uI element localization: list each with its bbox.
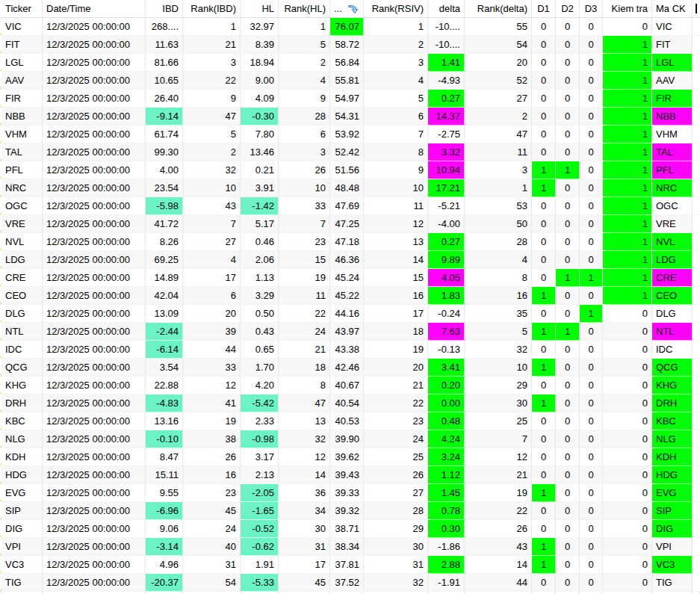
cell-rank-delta[interactable]: 55: [465, 18, 532, 36]
cell-d1[interactable]: 1: [532, 179, 556, 197]
cell-d3[interactable]: 0: [580, 341, 603, 359]
cell-delta[interactable]: 3.24: [428, 448, 465, 466]
cell-rank-hl[interactable]: 19: [279, 269, 330, 287]
column-header-d2[interactable]: D2: [556, 0, 580, 18]
cell-ticker[interactable]: SIP: [1, 502, 43, 520]
cell-d3[interactable]: 0: [580, 412, 603, 430]
cell-rank-hl[interactable]: 14: [279, 466, 330, 484]
cell-datetime[interactable]: 12/3/2025 00:00:00: [43, 108, 146, 126]
cell-rank-ibd[interactable]: 16: [183, 466, 241, 484]
cell-datetime[interactable]: 12/3/2025 00:00:00: [43, 143, 146, 161]
cell-datetime[interactable]: 12/3/2025 00:00:00: [43, 359, 146, 377]
cell-d1[interactable]: 0: [532, 233, 556, 251]
cell-ma-ck[interactable]: PFL: [652, 161, 693, 179]
cell-d1[interactable]: 1: [532, 287, 556, 305]
cell-datetime[interactable]: 12/3/2025 00:00:00: [43, 448, 146, 466]
cell-rank-delta[interactable]: 27: [465, 90, 532, 108]
cell-rank-delta[interactable]: 5: [465, 323, 532, 341]
cell-rank-ibd[interactable]: 38: [183, 430, 241, 448]
cell-delta[interactable]: -2.75: [428, 126, 465, 143]
cell-d2[interactable]: 0: [556, 108, 580, 126]
cell-rank-ibd[interactable]: 41: [183, 395, 241, 412]
cell-ibd[interactable]: 4.96: [146, 556, 183, 574]
cell-d2[interactable]: 0: [556, 466, 580, 484]
cell-ma-ck[interactable]: TAL: [652, 143, 693, 161]
cell-hl[interactable]: 9.00: [241, 72, 279, 90]
cell-kiem-tra[interactable]: 1: [603, 72, 652, 90]
cell-d1[interactable]: 1: [532, 395, 556, 412]
cell-ticker[interactable]: VPI: [1, 538, 43, 556]
cell-rsiv[interactable]: 42.46: [330, 359, 364, 377]
cell-rank-hl[interactable]: 36: [279, 484, 330, 502]
cell-datetime[interactable]: 12/3/2025 00:00:00: [43, 287, 146, 305]
cell-d1[interactable]: 0: [532, 412, 556, 430]
cell-datetime[interactable]: 12/3/2025 00:00:00: [43, 18, 146, 36]
cell-d3[interactable]: 0: [580, 251, 603, 269]
cell-ma-ck[interactable]: TIG: [652, 574, 693, 592]
cell-rank-ibd[interactable]: 12: [183, 377, 241, 395]
cell-ibd[interactable]: 61.74: [146, 126, 183, 143]
cell-delta[interactable]: 0.20: [428, 377, 465, 395]
cell-rank-ibd[interactable]: 3: [183, 54, 241, 72]
cell-rank-hl[interactable]: 30: [279, 520, 330, 538]
cell-kiem-tra[interactable]: 1: [603, 126, 652, 143]
cell-datetime[interactable]: 12/3/2025 00:00:00: [43, 556, 146, 574]
cell-d3[interactable]: 0: [580, 502, 603, 520]
cell-rank-hl[interactable]: 28: [279, 108, 330, 126]
cell-kiem-tra[interactable]: 0: [603, 305, 652, 323]
cell-datetime[interactable]: 12/3/2025 00:00:00: [43, 395, 146, 412]
cell-delta[interactable]: 0.30: [428, 520, 465, 538]
cell-rank-rsiv[interactable]: 12: [364, 215, 428, 233]
cell-ibd[interactable]: 268....: [146, 18, 183, 36]
cell-ma-ck[interactable]: VIC: [652, 18, 693, 36]
cell-rank-ibd[interactable]: 7: [183, 215, 241, 233]
cell-rank-hl[interactable]: 23: [279, 233, 330, 251]
cell-d2[interactable]: 1: [556, 161, 580, 179]
cell-ma-ck[interactable]: HDG: [652, 466, 693, 484]
cell-rank-delta[interactable]: 8: [465, 269, 532, 287]
cell-hl[interactable]: 18.94: [241, 54, 279, 72]
cell-ticker[interactable]: CRE: [1, 269, 43, 287]
cell-rank-delta[interactable]: 14: [465, 556, 532, 574]
cell-ibd[interactable]: 26.40: [146, 90, 183, 108]
column-header-rank-ibd[interactable]: Rank(IBD): [183, 0, 241, 18]
cell-d2[interactable]: 0: [556, 143, 580, 161]
cell-rsiv[interactable]: 39.32: [330, 502, 364, 520]
cell-rank-hl[interactable]: 47: [279, 395, 330, 412]
cell-rank-delta[interactable]: 54: [465, 36, 532, 54]
cell-ma-ck[interactable]: LDG: [652, 251, 693, 269]
cell-kiem-tra[interactable]: 0: [603, 466, 652, 484]
cell-kiem-tra[interactable]: 1: [603, 287, 652, 305]
cell-ibd[interactable]: 15.11: [146, 466, 183, 484]
cell-kiem-tra[interactable]: 1: [603, 108, 652, 126]
cell-ticker[interactable]: QCG: [1, 359, 43, 377]
cell-kiem-tra[interactable]: 1: [603, 54, 652, 72]
cell-d2[interactable]: 0: [556, 520, 580, 538]
cell-rank-rsiv[interactable]: 7: [364, 126, 428, 143]
cell-rsiv[interactable]: 37.81: [330, 556, 364, 574]
cell-rsiv[interactable]: 43.38: [330, 341, 364, 359]
cell-kiem-tra[interactable]: 0: [603, 448, 652, 466]
cell-hl[interactable]: 0.65: [241, 341, 279, 359]
cell-kiem-tra[interactable]: 0: [603, 556, 652, 574]
cell-rsiv[interactable]: 52.42: [330, 143, 364, 161]
cell-d3[interactable]: 0: [580, 179, 603, 197]
cell-rank-hl[interactable]: 34: [279, 502, 330, 520]
cell-rsiv[interactable]: 45.22: [330, 287, 364, 305]
cell-hl[interactable]: 3.91: [241, 179, 279, 197]
cell-kiem-tra[interactable]: 1: [603, 90, 652, 108]
cell-d2[interactable]: 0: [556, 412, 580, 430]
cell-kiem-tra[interactable]: 1: [603, 269, 652, 287]
cell-d3[interactable]: 0: [580, 359, 603, 377]
cell-rank-rsiv[interactable]: 19: [364, 341, 428, 359]
cell-ibd[interactable]: 4.00: [146, 161, 183, 179]
cell-hl[interactable]: 2.06: [241, 251, 279, 269]
cell-ticker[interactable]: KDH: [1, 448, 43, 466]
cell-hl[interactable]: 4.09: [241, 90, 279, 108]
cell-rsiv[interactable]: 53.92: [330, 126, 364, 143]
cell-delta[interactable]: 3.32: [428, 143, 465, 161]
cell-hl[interactable]: 0.21: [241, 161, 279, 179]
cell-ticker[interactable]: NVL: [1, 233, 43, 251]
cell-rsiv[interactable]: 45.24: [330, 269, 364, 287]
cell-d2[interactable]: 1: [556, 323, 580, 341]
